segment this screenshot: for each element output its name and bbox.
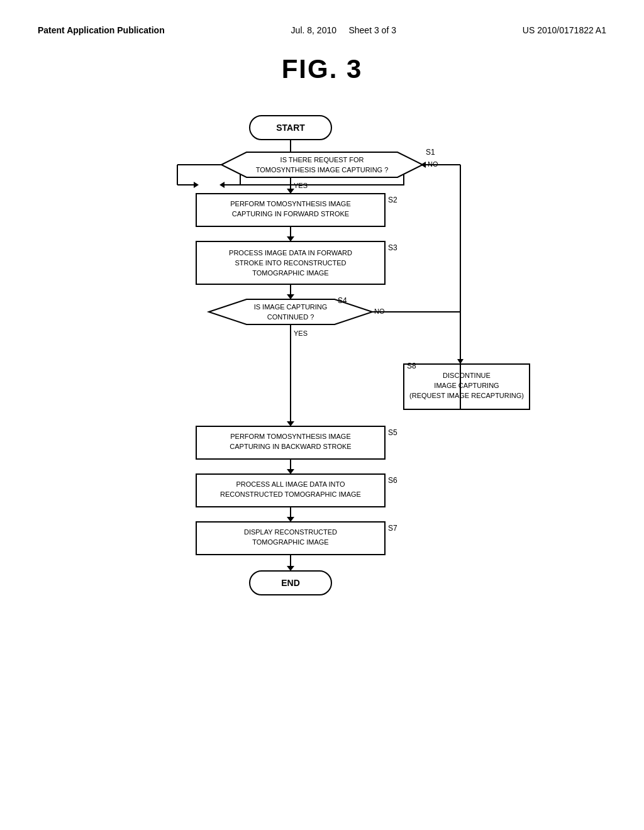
s8-label: S8 <box>407 362 416 370</box>
sheet-label: Sheet 3 of 3 <box>348 25 396 35</box>
svg-marker-13 <box>219 182 225 188</box>
svg-text:CAPTURING IN BACKWARD STROKE: CAPTURING IN BACKWARD STROKE <box>230 443 351 450</box>
svg-marker-54 <box>287 566 294 571</box>
svg-text:PROCESS ALL IMAGE DATA INTO: PROCESS ALL IMAGE DATA INTO <box>236 480 345 488</box>
svg-text:(REQUEST IMAGE RECAPTURING): (REQUEST IMAGE RECAPTURING) <box>409 392 524 399</box>
s1-label: S1 <box>426 148 435 157</box>
svg-text:CAPTURING IN FORWARD STROKE: CAPTURING IN FORWARD STROKE <box>232 210 349 218</box>
date-label: Jul. 8, 2010 <box>291 25 336 35</box>
svg-text:IS IMAGE CAPTURING: IS IMAGE CAPTURING <box>254 303 328 311</box>
svg-text:TOMOGRAPHIC IMAGE: TOMOGRAPHIC IMAGE <box>252 538 328 546</box>
svg-marker-39 <box>421 162 426 168</box>
s3-label: S3 <box>388 243 397 252</box>
svg-marker-18 <box>287 236 294 241</box>
s7-label: S7 <box>388 524 397 533</box>
s6-label: S6 <box>388 476 397 485</box>
s5-label: S5 <box>388 428 397 437</box>
patent-number: US 2010/0171822 A1 <box>523 25 606 35</box>
svg-marker-44 <box>287 469 294 474</box>
svg-marker-24 <box>287 294 294 299</box>
publication-label: Patent Application Publication <box>38 25 165 35</box>
s1-yes-label: YES <box>294 182 308 189</box>
figure-title: FIG. 3 <box>38 54 606 84</box>
s4-yes-label: YES <box>294 329 308 337</box>
header-left: Patent Application Publication <box>38 25 165 35</box>
svg-text:TOMOSYNTHESIS IMAGE CAPTURING : TOMOSYNTHESIS IMAGE CAPTURING ? <box>256 166 389 174</box>
s2-label: S2 <box>388 196 397 204</box>
svg-text:PERFORM TOMOSYNTHESIS IMAGE: PERFORM TOMOSYNTHESIS IMAGE <box>230 200 351 208</box>
start-label: START <box>276 123 305 133</box>
svg-text:PROCESS IMAGE DATA IN FORWARD: PROCESS IMAGE DATA IN FORWARD <box>229 249 352 257</box>
header-right: US 2010/0171822 A1 <box>523 25 606 35</box>
svg-marker-11 <box>287 189 294 194</box>
flowchart-diagram: START IS THERE REQUEST FOR TOMOSYNTHESIS… <box>70 109 574 770</box>
svg-text:PERFORM TOMOSYNTHESIS IMAGE: PERFORM TOMOSYNTHESIS IMAGE <box>230 433 351 440</box>
s4-label: S4 <box>338 296 347 305</box>
svg-text:RECONSTRUCTED TOMOGRAPHIC IMAG: RECONSTRUCTED TOMOGRAPHIC IMAGE <box>220 490 361 498</box>
svg-text:IS THERE REQUEST FOR: IS THERE REQUEST FOR <box>280 156 364 163</box>
svg-text:CONTINUED ?: CONTINUED ? <box>267 313 314 321</box>
svg-text:STROKE INTO RECONSTRUCTED: STROKE INTO RECONSTRUCTED <box>235 259 346 267</box>
svg-text:DISCONTINUE: DISCONTINUE <box>443 372 491 379</box>
header-center: Jul. 8, 2010 Sheet 3 of 3 <box>291 25 396 35</box>
end-label: END <box>281 578 300 588</box>
header: Patent Application Publication Jul. 8, 2… <box>38 25 606 35</box>
svg-marker-29 <box>287 421 294 426</box>
svg-marker-59 <box>194 182 199 188</box>
svg-text:TOMOGRAPHIC IMAGE: TOMOGRAPHIC IMAGE <box>252 269 328 277</box>
svg-marker-49 <box>287 517 294 522</box>
svg-text:DISPLAY RECONSTRUCTED: DISPLAY RECONSTRUCTED <box>244 528 337 536</box>
page: Patent Application Publication Jul. 8, 2… <box>0 0 644 830</box>
svg-text:IMAGE CAPTURING: IMAGE CAPTURING <box>434 382 499 389</box>
